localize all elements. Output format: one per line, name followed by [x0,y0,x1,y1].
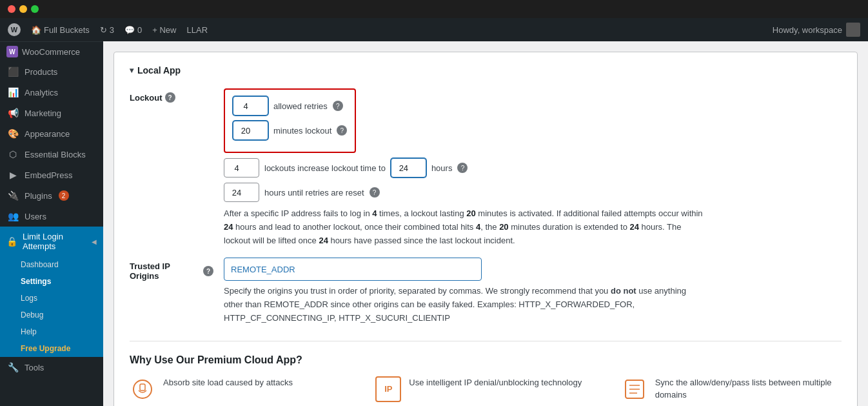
absorb-icon [130,376,155,402]
collapse-arrow: ◀ [92,238,97,245]
update-count: 3 [110,25,114,35]
premium-features: Absorb site load caused by attacks IP Us… [130,376,842,402]
lockouts-label: lockouts increase lockout time to [264,163,386,173]
admin-bar-new[interactable]: + New [152,25,176,35]
trusted-ip-input[interactable] [224,258,482,281]
sidebar-item-users[interactable]: 👥 Users [0,206,103,227]
main-content: ▾ Local App Lockout ? allowed retries ? [103,41,868,406]
sidebar-item-plugins[interactable]: 🔌 Plugins 2 [0,185,103,206]
sidebar-item-label: Essential Blocks [25,150,86,159]
plugins-badge: 2 [59,190,69,201]
hours-label: hours [431,163,453,173]
sidebar-item-tools[interactable]: 🔧 Tools [0,357,103,378]
trusted-ip-help-icon[interactable]: ? [203,266,213,276]
retries-help-icon[interactable]: ? [333,101,343,111]
minimize-dot[interactable] [19,5,27,13]
sidebar-item-label: EmbedPress [25,170,72,180]
reset-group: hours until retries are reset ? [224,183,842,202]
sidebar-item-label: Limit Login Attempts [23,232,86,251]
absorb-text: Absorb site load caused by attacks [163,376,293,389]
submenu-settings[interactable]: Settings [0,273,103,290]
lockout-description: After a specific IP address fails to log… [224,207,707,247]
llar-label: LLAR [187,25,208,35]
limit-login-icon: 🔒 [6,236,17,247]
window-bar [0,0,868,18]
submenu-logs[interactable]: Logs [0,290,103,307]
howdy-text: Howdy, workspace [773,25,842,35]
sidebar-item-label: Appearance [25,129,70,139]
sidebar-item-label: Tools [25,363,44,372]
sidebar-item-label: Users [25,212,46,221]
marketing-icon: 📢 [6,108,19,118]
lockout-highlight-box: allowed retries ? minutes lockout ? [224,88,356,153]
wp-logo[interactable]: W [8,23,21,36]
retries-label: allowed retries [273,101,328,111]
woocommerce-header[interactable]: W WooCommerce [0,41,103,61]
minutes-help-icon[interactable]: ? [337,125,347,136]
retries-group: allowed retries ? [233,96,347,116]
intelligent-text: Use intelligent IP denial/unblocking tec… [409,376,582,389]
sync-icon [622,376,647,402]
feature-absorb: Absorb site load caused by attacks [130,376,350,402]
sidebar-item-marketing[interactable]: 📢 Marketing [0,103,103,123]
updates-icon: ↻ [100,25,107,35]
feature-sync: Sync the allow/deny/pass lists between m… [622,376,842,402]
reset-hours-label: hours until retries are reset [264,188,364,198]
layout: W WooCommerce ⬛ Products 📊 Analytics 📢 M… [0,41,868,406]
maximize-dot[interactable] [31,5,39,13]
hours-help-icon[interactable]: ? [457,163,468,173]
svg-point-0 [133,380,152,398]
section-collapse-arrow[interactable]: ▾ [130,66,133,75]
sidebar-item-essential-blocks[interactable]: ⬡ Essential Blocks [0,144,103,165]
premium-section: Why Use Our Premium Cloud App? Absorb si… [130,341,842,402]
minutes-input[interactable] [233,121,268,140]
essential-blocks-icon: ⬡ [6,149,19,159]
products-icon: ⬛ [6,66,19,77]
embedpress-icon: ▶ [6,170,19,180]
comments-count: 0 [137,25,142,35]
admin-bar: W 🏠 Full Buckets ↻ 3 💬 0 + New LLAR Howd… [0,18,868,41]
sidebar-item-embedpress[interactable]: ▶ EmbedPress [0,165,103,185]
sidebar-item-analytics[interactable]: 📊 Analytics [0,82,103,103]
tools-icon: 🔧 [6,362,19,372]
lockout-label: Lockout ? [130,88,213,103]
sidebar-item-limit-login[interactable]: 🔒 Limit Login Attempts ◀ [0,227,103,256]
limit-login-submenu: Dashboard Settings Logs Debug Help Free … [0,256,103,357]
sidebar-item-products[interactable]: ⬛ Products [0,61,103,82]
section-title: Local App [137,65,181,76]
lockout-row: Lockout ? allowed retries ? minutes lo [130,88,842,247]
trusted-ip-label: Trusted IP Origins ? [130,258,213,281]
retries-input[interactable] [233,96,268,116]
lockouts-input[interactable] [224,158,259,178]
settings-card: ▾ Local App Lockout ? allowed retries ? [113,52,858,406]
sync-text: Sync the allow/deny/pass lists between m… [655,376,842,401]
section-header: ▾ Local App [130,65,842,76]
howdy-section: Howdy, workspace [773,23,860,37]
sidebar-item-label: Products [25,67,57,77]
close-dot[interactable] [8,5,15,13]
comments-icon: 💬 [124,25,135,35]
submenu-free-upgrade[interactable]: Free Upgrade [0,340,103,357]
submenu-dashboard[interactable]: Dashboard [0,256,103,273]
svg-rect-1 [140,384,145,391]
sidebar: W WooCommerce ⬛ Products 📊 Analytics 📢 M… [0,41,103,406]
sidebar-item-appearance[interactable]: 🎨 Appearance [0,123,103,144]
site-name: Full Buckets [44,25,90,35]
admin-bar-llar[interactable]: LLAR [187,25,208,35]
admin-bar-updates[interactable]: ↻ 3 [100,25,114,35]
trusted-ip-row: Trusted IP Origins ? Specify the origins… [130,258,842,325]
submenu-debug[interactable]: Debug [0,307,103,323]
ip-icon: IP [375,376,401,402]
reset-hours-input[interactable] [224,183,259,202]
sidebar-item-label: Plugins [25,191,52,201]
appearance-icon: 🎨 [6,128,19,139]
new-label: + New [152,25,176,35]
lockout-help-icon[interactable]: ? [165,92,175,103]
admin-bar-home[interactable]: 🏠 Full Buckets [31,25,90,35]
trusted-ip-controls: Specify the origins you trust in order o… [224,258,842,325]
submenu-help[interactable]: Help [0,323,103,340]
lockout-controls: allowed retries ? minutes lockout ? lock… [224,88,842,247]
reset-help-icon[interactable]: ? [370,187,380,198]
hours-input[interactable] [391,158,426,178]
admin-bar-comments[interactable]: 💬 0 [124,25,142,35]
